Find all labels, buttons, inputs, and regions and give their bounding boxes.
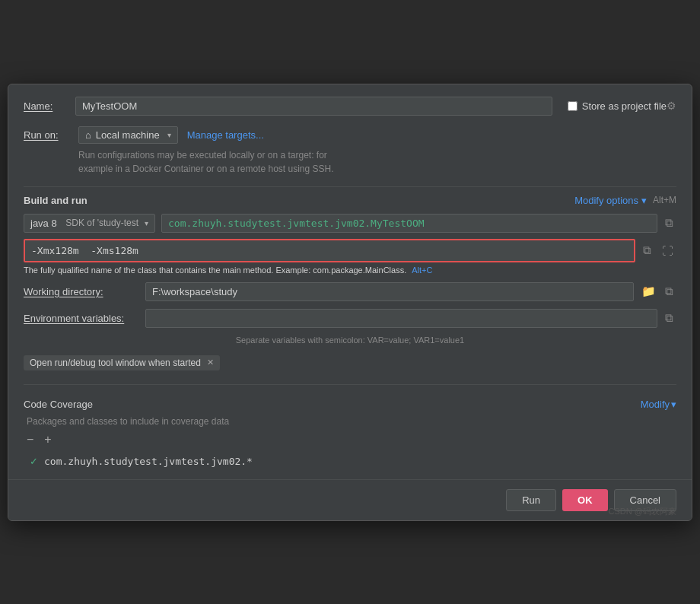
divider-2	[24, 384, 676, 385]
debug-tag-item: Open run/debug tool window when started …	[24, 355, 220, 370]
vm-expand-button[interactable]: ⛶	[659, 243, 676, 259]
run-button[interactable]: Run	[506, 489, 556, 511]
name-label: Name:	[24, 100, 69, 112]
debug-tag-label: Open run/debug tool window when started	[30, 358, 201, 368]
store-project-row: Store as project file ⚙	[568, 100, 676, 112]
sdk-suffix-text: SDK of 'study-test	[65, 218, 138, 228]
coverage-plus-button[interactable]: +	[41, 433, 54, 447]
working-dir-icons: 📁 ⧉	[638, 283, 676, 300]
run-on-row: Run on: ⌂ Local machine ▾ Manage targets…	[24, 126, 676, 144]
run-config-dialog: Name: Store as project file ⚙ Run on: ⌂ …	[8, 84, 692, 521]
env-vars-label: Environment variables:	[24, 313, 145, 324]
run-on-dropdown[interactable]: ⌂ Local machine ▾	[78, 126, 178, 144]
vm-options-input[interactable]	[24, 239, 635, 262]
build-run-title: Build and run	[24, 195, 88, 206]
home-icon: ⌂	[85, 129, 91, 141]
name-input[interactable]	[75, 97, 552, 116]
dialog-footer: Run OK Cancel CSDN @码农阿豪	[8, 479, 692, 520]
modify-coverage-link[interactable]: Modify ▾	[641, 399, 676, 410]
manage-targets-link[interactable]: Manage targets...	[187, 129, 264, 141]
debug-tag-close[interactable]: ✕	[207, 358, 214, 367]
coverage-desc: Packages and classes to include in cover…	[27, 416, 676, 427]
env-hint: Separate variables with semicolon: VAR=v…	[24, 335, 676, 345]
coverage-item: ✓ com.zhuyh.studytest.jvmtest.jvm02.*	[24, 453, 676, 470]
working-dir-label: Working directory:	[24, 286, 145, 297]
store-project-checkbox[interactable]	[568, 101, 578, 111]
coverage-package: com.zhuyh.studytest.jvmtest.jvm02.*	[44, 456, 253, 467]
vm-copy-button[interactable]: ⧉	[640, 242, 654, 259]
name-row: Name: Store as project file ⚙	[24, 97, 676, 116]
env-vars-input[interactable]	[145, 309, 657, 328]
alt-m-hint: Alt+M	[653, 195, 676, 205]
watermark: CSDN @码农阿豪	[609, 506, 676, 517]
env-vars-row: Environment variables: ⧉	[24, 309, 676, 328]
ok-button[interactable]: OK	[562, 489, 608, 511]
debug-tag-row: Open run/debug tool window when started …	[24, 352, 676, 374]
vm-options-row: ⧉ ⛶	[24, 239, 676, 262]
coverage-checkmark: ✓	[30, 456, 38, 467]
class-input-row: ⧉	[161, 214, 676, 233]
run-info-text: Run configurations may be executed local…	[78, 148, 676, 176]
env-vars-copy-button[interactable]: ⧉	[662, 310, 676, 326]
sdk-label: java 8	[30, 218, 57, 229]
run-on-dropdown-arrow: ▾	[167, 131, 171, 139]
sdk-row: java 8 SDK of 'study-test ▾ ⧉	[24, 214, 676, 233]
modify-options-button[interactable]: Modify options ▾ Alt+M	[574, 195, 676, 206]
class-hint: The fully qualified name of the class th…	[24, 265, 676, 275]
working-dir-input[interactable]	[145, 282, 634, 301]
build-run-header: Build and run Modify options ▾ Alt+M	[24, 195, 676, 206]
sdk-dropdown[interactable]: java 8 SDK of 'study-test ▾	[24, 214, 155, 233]
code-coverage-header: Code Coverage Modify ▾	[24, 393, 676, 410]
working-dir-copy-button[interactable]: ⧉	[662, 283, 676, 300]
sdk-suffix	[60, 218, 63, 229]
sdk-dropdown-arrow: ▾	[145, 219, 148, 227]
class-input[interactable]	[161, 214, 657, 233]
gear-icon[interactable]: ⚙	[667, 100, 676, 112]
run-on-value: Local machine	[96, 129, 160, 141]
modify-coverage-arrow: ▾	[671, 399, 676, 410]
modify-options-arrow: ▾	[641, 195, 647, 206]
coverage-minus-button[interactable]: −	[24, 433, 37, 447]
coverage-buttons: − +	[24, 433, 676, 447]
env-vars-icons: ⧉	[662, 310, 676, 326]
class-copy-button[interactable]: ⧉	[662, 215, 676, 231]
code-coverage-title: Code Coverage	[24, 399, 93, 410]
store-project-label[interactable]: Store as project file	[568, 100, 667, 112]
run-on-label: Run on:	[24, 129, 69, 141]
working-dir-folder-button[interactable]: 📁	[638, 283, 659, 300]
divider-1	[24, 186, 676, 187]
working-dir-row: Working directory: 📁 ⧉	[24, 282, 676, 301]
